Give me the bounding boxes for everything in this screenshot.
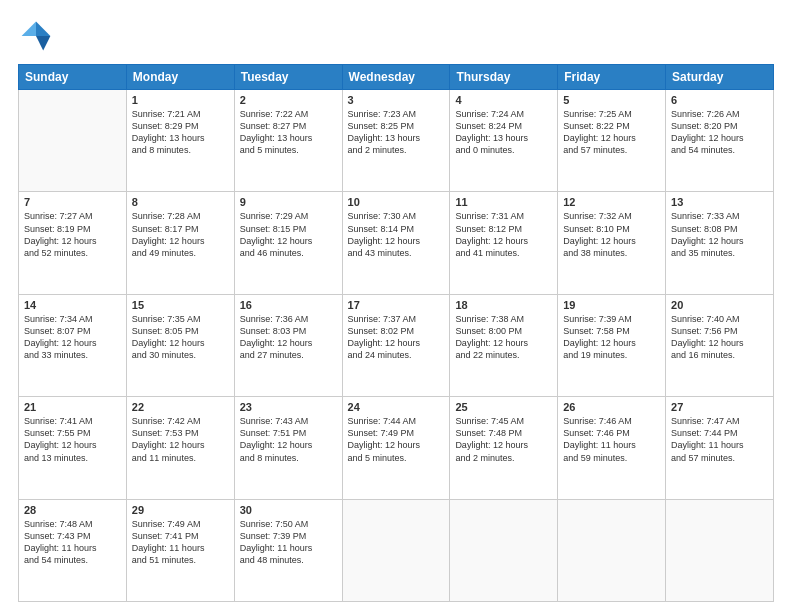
logo-icon (18, 18, 54, 54)
svg-marker-1 (36, 36, 50, 50)
calendar-cell (342, 499, 450, 601)
day-content: Sunrise: 7:48 AM Sunset: 7:43 PM Dayligh… (24, 518, 121, 567)
day-number: 24 (348, 401, 445, 413)
calendar-cell (558, 499, 666, 601)
day-number: 17 (348, 299, 445, 311)
calendar-header-tuesday: Tuesday (234, 65, 342, 90)
day-number: 19 (563, 299, 660, 311)
calendar-cell: 23Sunrise: 7:43 AM Sunset: 7:51 PM Dayli… (234, 397, 342, 499)
calendar-cell: 26Sunrise: 7:46 AM Sunset: 7:46 PM Dayli… (558, 397, 666, 499)
calendar-cell: 17Sunrise: 7:37 AM Sunset: 8:02 PM Dayli… (342, 294, 450, 396)
calendar-cell (19, 90, 127, 192)
day-number: 23 (240, 401, 337, 413)
page: SundayMondayTuesdayWednesdayThursdayFrid… (0, 0, 792, 612)
day-number: 27 (671, 401, 768, 413)
day-number: 7 (24, 196, 121, 208)
day-number: 9 (240, 196, 337, 208)
day-number: 8 (132, 196, 229, 208)
day-content: Sunrise: 7:37 AM Sunset: 8:02 PM Dayligh… (348, 313, 445, 362)
day-content: Sunrise: 7:22 AM Sunset: 8:27 PM Dayligh… (240, 108, 337, 157)
day-content: Sunrise: 7:23 AM Sunset: 8:25 PM Dayligh… (348, 108, 445, 157)
calendar-header-wednesday: Wednesday (342, 65, 450, 90)
header (18, 18, 774, 54)
day-content: Sunrise: 7:32 AM Sunset: 8:10 PM Dayligh… (563, 210, 660, 259)
day-content: Sunrise: 7:49 AM Sunset: 7:41 PM Dayligh… (132, 518, 229, 567)
day-number: 29 (132, 504, 229, 516)
day-number: 6 (671, 94, 768, 106)
day-number: 11 (455, 196, 552, 208)
day-content: Sunrise: 7:36 AM Sunset: 8:03 PM Dayligh… (240, 313, 337, 362)
calendar-cell (450, 499, 558, 601)
day-number: 25 (455, 401, 552, 413)
day-content: Sunrise: 7:39 AM Sunset: 7:58 PM Dayligh… (563, 313, 660, 362)
calendar-cell: 22Sunrise: 7:42 AM Sunset: 7:53 PM Dayli… (126, 397, 234, 499)
calendar-cell: 2Sunrise: 7:22 AM Sunset: 8:27 PM Daylig… (234, 90, 342, 192)
day-number: 26 (563, 401, 660, 413)
logo (18, 18, 58, 54)
calendar-cell: 7Sunrise: 7:27 AM Sunset: 8:19 PM Daylig… (19, 192, 127, 294)
calendar-cell: 8Sunrise: 7:28 AM Sunset: 8:17 PM Daylig… (126, 192, 234, 294)
day-number: 30 (240, 504, 337, 516)
day-content: Sunrise: 7:30 AM Sunset: 8:14 PM Dayligh… (348, 210, 445, 259)
calendar-cell: 6Sunrise: 7:26 AM Sunset: 8:20 PM Daylig… (666, 90, 774, 192)
calendar-header-sunday: Sunday (19, 65, 127, 90)
calendar-cell: 9Sunrise: 7:29 AM Sunset: 8:15 PM Daylig… (234, 192, 342, 294)
calendar-header-row: SundayMondayTuesdayWednesdayThursdayFrid… (19, 65, 774, 90)
day-content: Sunrise: 7:28 AM Sunset: 8:17 PM Dayligh… (132, 210, 229, 259)
day-number: 21 (24, 401, 121, 413)
calendar-cell: 16Sunrise: 7:36 AM Sunset: 8:03 PM Dayli… (234, 294, 342, 396)
calendar-week-row: 7Sunrise: 7:27 AM Sunset: 8:19 PM Daylig… (19, 192, 774, 294)
day-number: 13 (671, 196, 768, 208)
day-number: 1 (132, 94, 229, 106)
calendar-cell: 27Sunrise: 7:47 AM Sunset: 7:44 PM Dayli… (666, 397, 774, 499)
day-content: Sunrise: 7:46 AM Sunset: 7:46 PM Dayligh… (563, 415, 660, 464)
day-content: Sunrise: 7:40 AM Sunset: 7:56 PM Dayligh… (671, 313, 768, 362)
day-number: 10 (348, 196, 445, 208)
day-number: 2 (240, 94, 337, 106)
day-content: Sunrise: 7:41 AM Sunset: 7:55 PM Dayligh… (24, 415, 121, 464)
calendar-table: SundayMondayTuesdayWednesdayThursdayFrid… (18, 64, 774, 602)
day-content: Sunrise: 7:29 AM Sunset: 8:15 PM Dayligh… (240, 210, 337, 259)
calendar-week-row: 28Sunrise: 7:48 AM Sunset: 7:43 PM Dayli… (19, 499, 774, 601)
day-number: 14 (24, 299, 121, 311)
day-content: Sunrise: 7:47 AM Sunset: 7:44 PM Dayligh… (671, 415, 768, 464)
day-content: Sunrise: 7:21 AM Sunset: 8:29 PM Dayligh… (132, 108, 229, 157)
day-content: Sunrise: 7:24 AM Sunset: 8:24 PM Dayligh… (455, 108, 552, 157)
day-number: 5 (563, 94, 660, 106)
day-number: 12 (563, 196, 660, 208)
calendar-cell: 24Sunrise: 7:44 AM Sunset: 7:49 PM Dayli… (342, 397, 450, 499)
day-content: Sunrise: 7:45 AM Sunset: 7:48 PM Dayligh… (455, 415, 552, 464)
day-content: Sunrise: 7:38 AM Sunset: 8:00 PM Dayligh… (455, 313, 552, 362)
calendar-cell: 28Sunrise: 7:48 AM Sunset: 7:43 PM Dayli… (19, 499, 127, 601)
calendar-week-row: 21Sunrise: 7:41 AM Sunset: 7:55 PM Dayli… (19, 397, 774, 499)
calendar-week-row: 14Sunrise: 7:34 AM Sunset: 8:07 PM Dayli… (19, 294, 774, 396)
day-content: Sunrise: 7:27 AM Sunset: 8:19 PM Dayligh… (24, 210, 121, 259)
calendar-cell: 30Sunrise: 7:50 AM Sunset: 7:39 PM Dayli… (234, 499, 342, 601)
calendar-cell: 5Sunrise: 7:25 AM Sunset: 8:22 PM Daylig… (558, 90, 666, 192)
day-content: Sunrise: 7:42 AM Sunset: 7:53 PM Dayligh… (132, 415, 229, 464)
calendar-cell: 3Sunrise: 7:23 AM Sunset: 8:25 PM Daylig… (342, 90, 450, 192)
calendar-cell: 13Sunrise: 7:33 AM Sunset: 8:08 PM Dayli… (666, 192, 774, 294)
day-content: Sunrise: 7:25 AM Sunset: 8:22 PM Dayligh… (563, 108, 660, 157)
calendar-cell: 11Sunrise: 7:31 AM Sunset: 8:12 PM Dayli… (450, 192, 558, 294)
calendar-cell: 21Sunrise: 7:41 AM Sunset: 7:55 PM Dayli… (19, 397, 127, 499)
day-content: Sunrise: 7:34 AM Sunset: 8:07 PM Dayligh… (24, 313, 121, 362)
day-content: Sunrise: 7:26 AM Sunset: 8:20 PM Dayligh… (671, 108, 768, 157)
svg-marker-0 (36, 22, 50, 36)
calendar-header-thursday: Thursday (450, 65, 558, 90)
day-number: 16 (240, 299, 337, 311)
day-content: Sunrise: 7:44 AM Sunset: 7:49 PM Dayligh… (348, 415, 445, 464)
calendar-cell: 14Sunrise: 7:34 AM Sunset: 8:07 PM Dayli… (19, 294, 127, 396)
calendar-cell: 10Sunrise: 7:30 AM Sunset: 8:14 PM Dayli… (342, 192, 450, 294)
calendar-header-friday: Friday (558, 65, 666, 90)
calendar-header-saturday: Saturday (666, 65, 774, 90)
calendar-cell: 20Sunrise: 7:40 AM Sunset: 7:56 PM Dayli… (666, 294, 774, 396)
svg-marker-2 (22, 22, 36, 36)
calendar-cell: 29Sunrise: 7:49 AM Sunset: 7:41 PM Dayli… (126, 499, 234, 601)
day-number: 18 (455, 299, 552, 311)
day-content: Sunrise: 7:33 AM Sunset: 8:08 PM Dayligh… (671, 210, 768, 259)
day-content: Sunrise: 7:50 AM Sunset: 7:39 PM Dayligh… (240, 518, 337, 567)
calendar-header-monday: Monday (126, 65, 234, 90)
day-number: 3 (348, 94, 445, 106)
day-number: 15 (132, 299, 229, 311)
